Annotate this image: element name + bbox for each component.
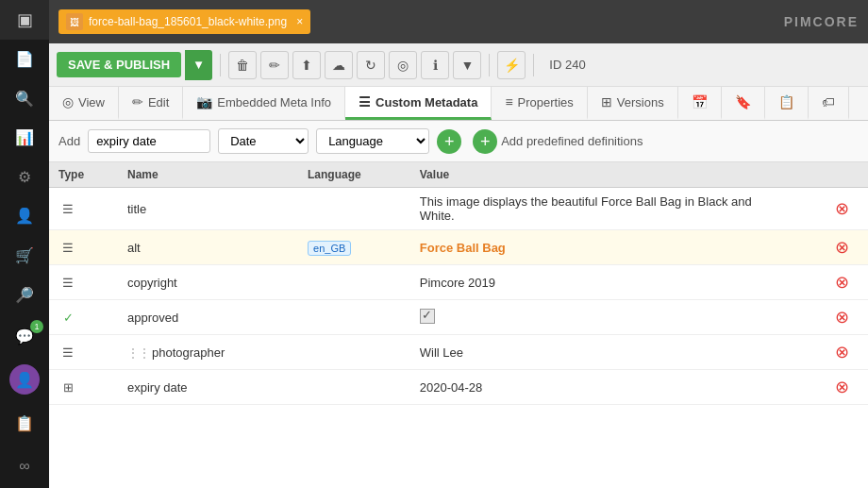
sidebar-logo: ▣ <box>0 0 49 40</box>
delete-row-button[interactable]: ⊗ <box>835 238 849 257</box>
sidebar-item-shop[interactable]: 🛒 <box>0 236 49 276</box>
cell-language: en_GB <box>298 230 410 265</box>
value-text: 2020-04-28 <box>420 380 483 395</box>
eye-icon: ◎ <box>397 58 409 73</box>
sidebar-item-settings[interactable]: ⚙ <box>0 158 49 197</box>
tab-edit-label: Edit <box>148 95 169 109</box>
files-icon: 📄 <box>15 50 34 68</box>
file-tab[interactable]: 🖼 force-ball-bag_185601_black-white.png … <box>58 9 310 34</box>
add-label: Add <box>58 134 80 148</box>
file-tab-close[interactable]: × <box>296 15 303 28</box>
cell-type: ☰ <box>49 335 118 370</box>
tab-view[interactable]: ◎ View <box>49 87 119 120</box>
add-language-select[interactable]: Language en_GB de_DE fr_FR <box>316 128 429 154</box>
search2-icon: 🔎 <box>15 286 34 304</box>
tab-tags[interactable]: 🏷 <box>809 87 849 120</box>
sidebar: ▣ 📄 🔍 📊 ⚙ 👤 🛒 🔎 💬 1 👤 📋 ∞ <box>0 0 49 488</box>
type-icon: ⊞ <box>58 378 77 396</box>
tab-versions[interactable]: ⊞ Versions <box>588 87 678 120</box>
cell-language <box>298 265 410 300</box>
upload-button[interactable]: ⬆ <box>292 51 321 79</box>
delete-icon: 🗑 <box>236 58 249 73</box>
arrow-down-button[interactable]: ▼ <box>453 51 481 79</box>
cell-language <box>298 370 410 405</box>
delete-row-button[interactable]: ⊗ <box>835 308 849 327</box>
cell-type: ☰ <box>49 230 118 265</box>
tab-schedule[interactable]: 📅 <box>678 87 722 120</box>
sidebar-item-chat[interactable]: 💬 1 <box>0 314 49 358</box>
sidebar-item-profile[interactable]: 👤 <box>0 358 49 401</box>
sidebar-item-infinity[interactable]: ∞ <box>0 445 49 488</box>
value-text: Force Ball Bag <box>420 241 506 255</box>
table-row: ☰copyrightPimcore 2019⊗ <box>49 265 868 300</box>
properties-icon: ≡ <box>505 94 512 109</box>
edit-tab-icon: ✏ <box>132 94 143 109</box>
infinity-icon: ∞ <box>19 458 29 475</box>
edit-icon: ✏ <box>269 58 280 73</box>
predefined-plus-icon[interactable]: + <box>473 129 497 154</box>
main-area: 🖼 force-ball-bag_185601_black-white.png … <box>49 0 868 488</box>
topbar: 🖼 force-ball-bag_185601_black-white.png … <box>49 0 868 43</box>
cell-empty <box>788 188 817 230</box>
schedule-icon: 📅 <box>692 94 708 109</box>
file-tab-label: force-ball-bag_185601_black-white.png <box>89 15 287 28</box>
tab-properties-label: Properties <box>518 95 574 109</box>
cell-delete: ⊗ <box>817 265 868 300</box>
type-icon: ☰ <box>58 238 77 257</box>
tab-embedded-meta[interactable]: 📷 Embedded Meta Info <box>183 87 345 120</box>
value-text: This image displays the beautiful Force … <box>420 194 752 223</box>
value-text: Pimcore 2019 <box>420 276 495 290</box>
bookmark-icon: 🔖 <box>735 94 751 109</box>
tabs-bar: ◎ View ✏ Edit 📷 Embedded Meta Info ☰ Cus… <box>49 87 868 121</box>
tab-custom-metadata[interactable]: ☰ Custom Metadata <box>345 87 492 120</box>
tab-properties[interactable]: ≡ Properties <box>492 87 587 120</box>
delete-row-button[interactable]: ⊗ <box>835 343 849 362</box>
type-icon: ☰ <box>58 199 77 218</box>
arrow-down-icon: ▼ <box>460 58 474 73</box>
eye-button[interactable]: ◎ <box>389 51 417 79</box>
refresh-button[interactable]: ↻ <box>357 51 385 79</box>
tab-versions-label: Versions <box>617 95 664 109</box>
table-row: ⊞expiry date2020-04-28⊗ <box>49 370 868 405</box>
add-button[interactable]: + <box>437 129 461 154</box>
cell-name: alt <box>118 230 298 265</box>
flash-button[interactable]: ⚡ <box>497 51 526 79</box>
type-icon: ✓ <box>58 308 77 327</box>
avatar-icon: 👤 <box>15 371 34 389</box>
content-area: Add Date Text Checkbox Select Language e… <box>49 121 868 488</box>
add-predefined-button[interactable]: + Add predefined definitions <box>473 129 643 154</box>
predefined-label: Add predefined definitions <box>501 134 643 148</box>
cell-value: Will Lee <box>410 335 788 370</box>
type-icon: ☰ <box>58 343 77 362</box>
chat-badge: 1 <box>30 320 43 333</box>
sidebar-item-files[interactable]: 📄 <box>0 40 49 79</box>
save-publish-button[interactable]: SAVE & PUBLISH <box>57 52 181 77</box>
cell-type: ⊞ <box>49 370 118 405</box>
checkbox-value <box>420 309 435 324</box>
sidebar-item-docs[interactable]: 📋 <box>0 401 49 445</box>
cell-empty <box>788 370 817 405</box>
delete-row-button[interactable]: ⊗ <box>835 273 849 292</box>
sidebar-item-search[interactable]: 🔍 <box>0 78 49 118</box>
add-type-select[interactable]: Date Text Checkbox Select <box>218 128 309 154</box>
sidebar-item-users[interactable]: 👤 <box>0 196 49 236</box>
tab-notes[interactable]: 📋 <box>765 87 809 120</box>
dropdown-arrow-icon: ▼ <box>192 58 205 72</box>
delete-row-button[interactable]: ⊗ <box>835 378 849 396</box>
cloud-button[interactable]: ☁ <box>325 51 353 79</box>
drag-handle-icon[interactable]: ⋮⋮ <box>127 346 150 360</box>
add-name-input[interactable] <box>88 129 210 153</box>
delete-button[interactable]: 🗑 <box>228 51 257 79</box>
delete-row-button[interactable]: ⊗ <box>835 199 849 218</box>
add-plus-icon: + <box>444 133 455 150</box>
tab-bookmark[interactable]: 🔖 <box>722 87 765 120</box>
sidebar-item-search2[interactable]: 🔎 <box>0 275 49 314</box>
edit-button[interactable]: ✏ <box>260 51 289 79</box>
cell-delete: ⊗ <box>817 188 868 230</box>
sidebar-item-analytics[interactable]: 📊 <box>0 118 49 158</box>
info-button[interactable]: ℹ <box>421 51 449 79</box>
pimcore-logo: PIMCORE <box>784 14 859 29</box>
tab-edit[interactable]: ✏ Edit <box>119 87 183 120</box>
save-dropdown-button[interactable]: ▼ <box>185 50 212 80</box>
cell-name: expiry date <box>118 370 298 405</box>
